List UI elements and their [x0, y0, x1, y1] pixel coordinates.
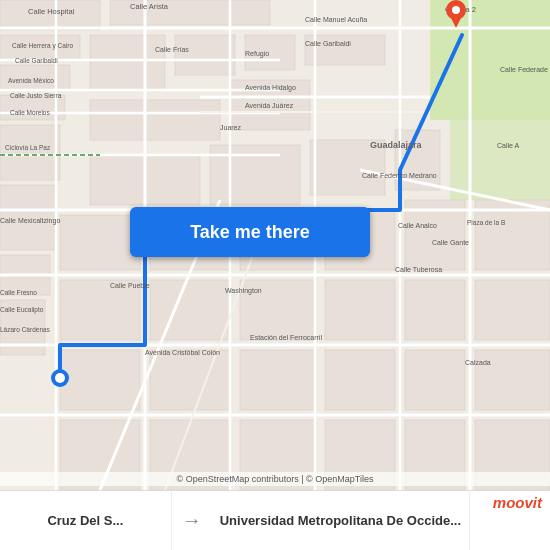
route-arrow: →: [172, 509, 212, 532]
svg-text:Calle Mexicaltzingo: Calle Mexicaltzingo: [0, 217, 60, 225]
origin-endpoint[interactable]: Cruz Del S...: [0, 491, 172, 550]
map-container: Calle Hospital Calle Arista Calle Herrer…: [0, 0, 550, 490]
svg-text:Calle Federico Medrano: Calle Federico Medrano: [362, 172, 437, 179]
svg-rect-29: [150, 280, 230, 340]
svg-text:Avenida Juárez: Avenida Juárez: [245, 102, 294, 109]
svg-text:Estación del Ferrocarril: Estación del Ferrocarril: [250, 334, 322, 341]
svg-rect-37: [325, 350, 395, 410]
svg-text:Calle Manuel Acuña: Calle Manuel Acuña: [305, 16, 367, 23]
svg-text:Calle Garibaldi: Calle Garibaldi: [15, 57, 58, 64]
moovit-logo: moovit: [493, 494, 542, 511]
svg-text:Washington: Washington: [225, 287, 262, 295]
svg-rect-32: [405, 280, 465, 340]
svg-text:Refugio: Refugio: [245, 50, 269, 58]
svg-text:Calle Fresno: Calle Fresno: [0, 289, 37, 296]
svg-text:Calle Analco: Calle Analco: [398, 222, 437, 229]
svg-text:Calle Arista: Calle Arista: [130, 2, 169, 11]
svg-text:Calle Frías: Calle Frías: [155, 46, 189, 53]
svg-text:Juarez: Juarez: [220, 124, 242, 131]
svg-text:Lázaro Cárdenas: Lázaro Cárdenas: [0, 326, 51, 333]
bottom-bar: Cruz Del S... → Universidad Metropolitan…: [0, 490, 550, 550]
svg-text:Calzada: Calzada: [465, 359, 491, 366]
svg-rect-36: [240, 350, 315, 410]
svg-text:Calle Herrera y Cairo: Calle Herrera y Cairo: [12, 42, 73, 50]
svg-text:Avenida Cristóbal Colón: Avenida Cristóbal Colón: [145, 349, 220, 356]
destination-label: Universidad Metropolitana De Occide...: [220, 513, 461, 528]
svg-rect-38: [405, 350, 465, 410]
svg-text:Ciclovía La Paz: Ciclovía La Paz: [5, 144, 51, 151]
svg-rect-13: [175, 35, 235, 75]
svg-text:Avenida Hidalgo: Avenida Hidalgo: [245, 84, 296, 92]
svg-text:Calle Federade: Calle Federade: [500, 66, 548, 73]
svg-rect-28: [60, 280, 140, 340]
svg-rect-8: [0, 125, 60, 180]
svg-text:Guadalajara: Guadalajara: [370, 140, 423, 150]
svg-text:Calle Gante: Calle Gante: [432, 239, 469, 246]
svg-text:Calle Hospital: Calle Hospital: [28, 7, 75, 16]
svg-text:Calle A: Calle A: [497, 142, 520, 149]
svg-rect-34: [60, 350, 140, 410]
svg-rect-33: [475, 280, 550, 340]
svg-rect-31: [325, 280, 395, 340]
svg-text:Calle Pueble: Calle Pueble: [110, 282, 150, 289]
destination-endpoint[interactable]: Universidad Metropolitana De Occide...: [212, 491, 470, 550]
svg-text:Calle Eucalipto: Calle Eucalipto: [0, 306, 44, 314]
svg-rect-12: [90, 35, 165, 90]
svg-rect-1: [430, 0, 550, 120]
svg-rect-22: [60, 215, 140, 270]
svg-text:Avenida México: Avenida México: [8, 77, 54, 84]
svg-text:Calle Tuberosa: Calle Tuberosa: [395, 266, 442, 273]
origin-label: Cruz Del S...: [47, 513, 123, 528]
svg-text:Plaza de la B: Plaza de la B: [467, 219, 505, 226]
svg-text:Calle Garibaldi: Calle Garibaldi: [305, 40, 351, 47]
map-attribution: © OpenStreetMap contributors | © OpenMap…: [0, 472, 550, 486]
svg-text:Calle Justo Sierra: Calle Justo Sierra: [10, 92, 62, 99]
take-me-there-button[interactable]: Take me there: [130, 207, 370, 257]
svg-rect-2: [450, 120, 550, 200]
svg-rect-16: [90, 100, 220, 140]
svg-text:Calle Morelos: Calle Morelos: [10, 109, 50, 116]
svg-point-105: [55, 373, 65, 383]
svg-point-103: [452, 6, 460, 14]
svg-rect-35: [150, 350, 230, 410]
